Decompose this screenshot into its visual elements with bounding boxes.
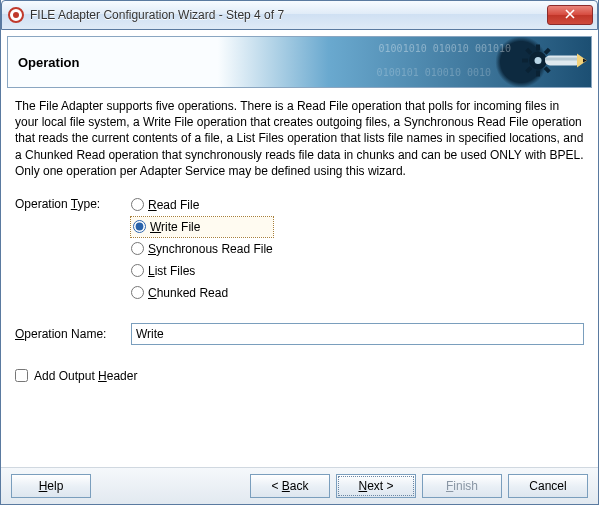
radio-label[interactable]: Read File <box>148 198 199 212</box>
svg-point-1 <box>13 12 19 18</box>
radio-input[interactable] <box>131 264 144 277</box>
radio-synchronous-read-file[interactable]: Synchronous Read File <box>131 239 273 259</box>
finish-button: Finish <box>422 474 502 498</box>
radio-input[interactable] <box>131 242 144 255</box>
operation-name-row: Operation Name: <box>15 323 584 345</box>
radio-read-file[interactable]: Read File <box>131 195 273 215</box>
add-output-header-row: Add Output Header <box>15 369 584 383</box>
window-title: FILE Adapter Configuration Wizard - Step… <box>30 8 547 22</box>
close-button[interactable] <box>547 5 593 25</box>
radio-list-files[interactable]: List Files <box>131 261 273 281</box>
radio-label[interactable]: Synchronous Read File <box>148 242 273 256</box>
add-output-header-checkbox[interactable] <box>15 369 28 382</box>
page-title: Operation <box>8 55 79 70</box>
decorative-binary: 01001010 010010 001010 <box>379 43 511 54</box>
content-area: The File Adapter supports five operation… <box>1 88 598 467</box>
app-icon <box>8 7 24 23</box>
radio-input[interactable] <box>131 198 144 211</box>
help-button[interactable]: Help <box>11 474 91 498</box>
radio-label[interactable]: Write File <box>150 220 200 234</box>
adapter-icon <box>545 51 587 74</box>
radio-label[interactable]: List Files <box>148 264 195 278</box>
svg-rect-3 <box>536 45 540 51</box>
button-bar: Help < Back Next > Finish Cancel <box>1 467 598 504</box>
radio-label[interactable]: Chunked Read <box>148 286 228 300</box>
operation-type-group: Read FileWrite FileSynchronous Read File… <box>131 195 273 305</box>
add-output-header-label[interactable]: Add Output Header <box>34 369 137 383</box>
cancel-button[interactable]: Cancel <box>508 474 588 498</box>
radio-input[interactable] <box>131 286 144 299</box>
wizard-window: FILE Adapter Configuration Wizard - Step… <box>0 0 599 505</box>
back-button[interactable]: < Back <box>250 474 330 498</box>
radio-write-file[interactable]: Write File <box>131 217 273 237</box>
svg-rect-8 <box>525 66 532 73</box>
close-icon <box>565 8 575 22</box>
radio-input[interactable] <box>133 220 146 233</box>
titlebar: FILE Adapter Configuration Wizard - Step… <box>1 0 598 30</box>
svg-rect-4 <box>536 71 540 77</box>
operation-name-label: Operation Name: <box>15 327 131 341</box>
svg-rect-5 <box>522 59 528 63</box>
decorative-binary: 0100101 010010 0010 <box>377 67 491 78</box>
svg-rect-13 <box>545 58 581 61</box>
operation-name-input[interactable] <box>131 323 584 345</box>
next-button[interactable]: Next > <box>336 474 416 498</box>
operation-type-row: Operation Type: Read FileWrite FileSynch… <box>15 195 584 305</box>
description-text: The File Adapter supports five operation… <box>15 98 584 179</box>
svg-rect-9 <box>525 48 532 55</box>
wizard-header: Operation 01001010 010010 001010 0100101… <box>7 36 592 88</box>
operation-type-label: Operation Type: <box>15 195 131 211</box>
radio-chunked-read[interactable]: Chunked Read <box>131 283 273 303</box>
svg-point-11 <box>535 57 542 64</box>
